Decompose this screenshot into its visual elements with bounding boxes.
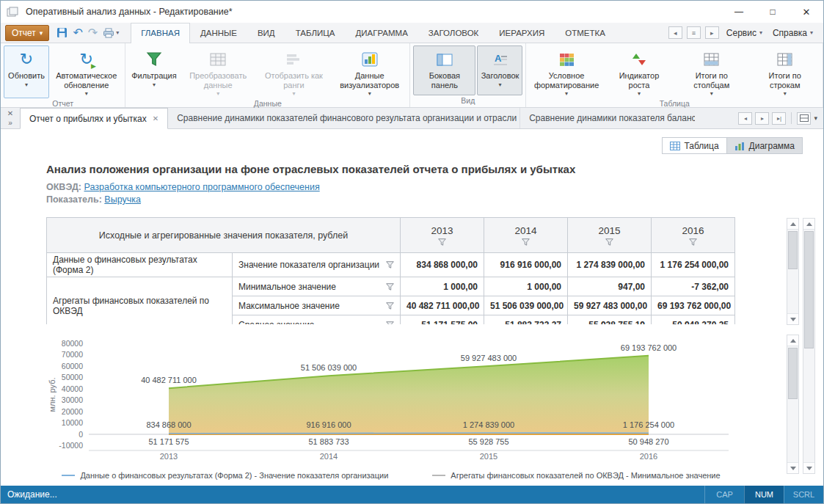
metric-cell[interactable]: Минимальное значение	[233, 277, 401, 296]
table-scrollbar[interactable]	[787, 218, 799, 325]
filter-button[interactable]: Фильтрация ▾	[128, 45, 179, 98]
filter-funnel-icon[interactable]	[386, 321, 394, 325]
ribbon-tab-table[interactable]: ТАБЛИЦА	[285, 23, 346, 43]
value-cell[interactable]: 55 928 755,19	[568, 315, 652, 325]
metric-cell[interactable]: Максимальное значение	[233, 296, 401, 315]
value-cell[interactable]: 834 868 000,00	[401, 253, 484, 277]
ribbon-scroll-left-button[interactable]: ◂	[668, 26, 682, 39]
value-cell[interactable]: -7 362,00	[652, 277, 735, 296]
doc-tab-balance-comparison[interactable]: Сравнение динамики показателя баланса	[520, 108, 695, 128]
legend-item: Агрегаты финансовых показателей по ОКВЭД…	[432, 471, 720, 480]
value-cell[interactable]: 59 927 483 000,00	[568, 296, 652, 315]
close-panel-icon[interactable]: ✕	[7, 109, 13, 117]
value-cell[interactable]: 51 883 733,37	[484, 315, 568, 325]
doc-tab-financial-result-comparison[interactable]: Сравнение динамики показателей финансово…	[168, 108, 520, 128]
okved-link[interactable]: Разработка компьютерного программного об…	[84, 182, 320, 192]
chart-scrollbar[interactable]	[787, 335, 799, 474]
scroll-down-arrow[interactable]	[787, 313, 798, 324]
filter-funnel-icon[interactable]	[522, 238, 530, 246]
value-cell[interactable]: 947,00	[568, 277, 652, 296]
ribbon-tab-data[interactable]: ДАННЫЕ	[190, 23, 247, 43]
year-header[interactable]: 2015	[568, 218, 652, 253]
ribbon-tab-mark[interactable]: ОТМЕТКА	[555, 23, 616, 43]
value-cell[interactable]: 51 171 575,00	[401, 315, 484, 325]
close-button[interactable]: ✕	[790, 1, 823, 23]
ribbon-tab-main[interactable]: ГЛАВНАЯ	[131, 23, 190, 44]
scroll-down-arrow[interactable]	[803, 462, 814, 473]
transform-data-button[interactable]: Преобразовать данные ▾	[181, 45, 255, 98]
value-cell[interactable]: 1 000,00	[484, 277, 568, 296]
row-group-label[interactable]: Данные о финансовых результатах (Форма 2…	[47, 253, 233, 277]
tabs-scroll-end-button[interactable]: ▸|	[772, 112, 786, 125]
page-scrollbar[interactable]	[803, 218, 815, 474]
table-corner-header[interactable]: Исходные и агрегированные значения показ…	[47, 218, 401, 253]
metric-cell[interactable]: Значение показателя организации	[233, 253, 401, 277]
ribbon-tab-header[interactable]: ЗАГОЛОВОК	[418, 23, 489, 43]
value-cell[interactable]: 916 916 000,00	[484, 253, 568, 277]
value-cell[interactable]: 40 482 711 000,00	[401, 296, 484, 315]
doc-tab-profit-loss[interactable]: Отчет о прибылях и убытках ✕	[20, 108, 168, 129]
value-cell[interactable]: 69 193 762 000,00	[652, 296, 735, 315]
value-cell[interactable]: 1 274 839 000,00	[568, 253, 652, 277]
row-totals-button[interactable]: Итоги по строкам ▾	[750, 45, 820, 98]
value-cell[interactable]: 51 506 039 000,00	[484, 296, 568, 315]
tabs-scroll-left-button[interactable]: ◂	[738, 112, 752, 125]
scroll-up-arrow[interactable]	[787, 335, 798, 346]
ribbon-minimize-button[interactable]: ≡	[687, 26, 701, 39]
indicator-link[interactable]: Выручка	[104, 194, 141, 205]
print-button[interactable]: ▾	[103, 28, 119, 38]
expand-panel-icon[interactable]: »	[8, 119, 12, 127]
value-cell[interactable]: 1 000,00	[401, 277, 484, 296]
ribbon-scroll-right-button[interactable]: ▸	[705, 26, 719, 39]
filter-funnel-icon[interactable]	[605, 238, 613, 246]
show-as-ranks-button[interactable]: Отобразить как ранги ▾	[257, 45, 331, 98]
ribbon-tab-chart[interactable]: ДИАГРАММА	[345, 23, 418, 43]
scroll-up-arrow[interactable]	[803, 219, 814, 230]
value-cell[interactable]: 1 176 254 000,00	[652, 253, 735, 277]
ribbon-tab-view[interactable]: ВИД	[247, 23, 285, 43]
help-menu[interactable]: Справка ▾	[770, 28, 816, 38]
growth-indicator-button[interactable]: Индикатор роста ▾	[605, 45, 673, 98]
caret-down-icon: ▾	[710, 91, 713, 97]
visualizer-data-button[interactable]: Данные визуализаторов ▾	[332, 45, 406, 98]
value-cell[interactable]: 50 948 270,35	[652, 315, 735, 325]
side-panel-button[interactable]: Боковая панель	[413, 45, 475, 95]
undo-button[interactable]: ↶	[73, 27, 82, 39]
maximize-button[interactable]: □	[756, 1, 790, 23]
save-button[interactable]	[56, 27, 68, 38]
refresh-button[interactable]: ↻ Обновить ▾	[4, 45, 49, 98]
minimize-button[interactable]: —	[722, 1, 756, 23]
filter-funnel-icon[interactable]	[689, 238, 697, 246]
header-button[interactable]: A Заголовок ▾	[477, 45, 522, 95]
close-tab-icon[interactable]: ✕	[153, 114, 158, 123]
report-menu-button[interactable]: Отчет ▾	[5, 25, 49, 41]
tabs-menu-caret-icon[interactable]: ▾	[814, 114, 817, 122]
auto-refresh-button[interactable]: ↻ ▶ Автоматическое обновление ▾	[51, 45, 122, 98]
filter-funnel-icon[interactable]	[386, 302, 394, 310]
filter-funnel-icon[interactable]	[438, 238, 446, 246]
metric-cell[interactable]: Среднее значение	[233, 315, 401, 325]
year-header[interactable]: 2016	[652, 218, 735, 253]
scroll-up-arrow[interactable]	[787, 219, 798, 230]
filter-funnel-icon[interactable]	[386, 283, 394, 291]
redo-button[interactable]: ↷	[88, 27, 98, 39]
filter-funnel-icon[interactable]	[386, 261, 394, 269]
ribbon-tab-hierarchy[interactable]: ИЕРАРХИЯ	[489, 23, 555, 43]
scrollbar-thumb[interactable]	[788, 348, 798, 399]
chart-view-button[interactable]: Диаграмма	[726, 137, 803, 154]
service-menu[interactable]: Сервис ▾	[723, 28, 765, 38]
scroll-down-arrow[interactable]	[787, 462, 798, 473]
year-header[interactable]: 2013	[401, 218, 484, 253]
row-group-label[interactable]: Агрегаты финансовых показателей по ОКВЭД	[47, 277, 233, 325]
conditional-formatting-button[interactable]: Условное форматирование ▾	[529, 45, 603, 98]
table-view-button[interactable]: Таблица	[662, 137, 726, 154]
column-totals-button[interactable]: Итоги по столбцам ▾	[674, 45, 748, 98]
tabs-scroll-right-button[interactable]: ▸	[755, 112, 769, 125]
split-layout-button[interactable]	[797, 112, 811, 125]
y-tick-label: 10000	[62, 418, 83, 427]
scrollbar-thumb[interactable]	[788, 231, 798, 269]
year-header[interactable]: 2014	[484, 218, 568, 253]
funnel-icon	[146, 51, 162, 67]
caret-down-icon: ▾	[565, 91, 568, 97]
scrollbar-thumb[interactable]	[804, 231, 814, 348]
